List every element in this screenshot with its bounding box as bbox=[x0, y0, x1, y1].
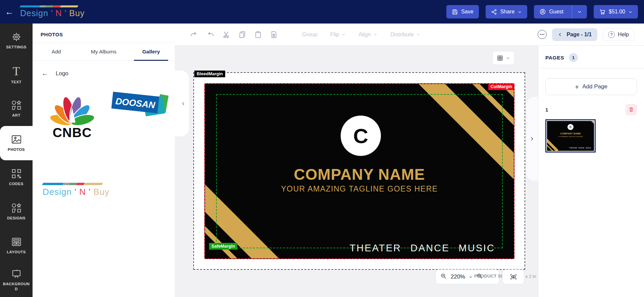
zoom-controls: 220% bbox=[436, 269, 499, 284]
chevron-down-icon bbox=[628, 10, 633, 14]
bleed-area: BleedMargin CutMargin bbox=[193, 72, 525, 270]
question-icon: ? bbox=[608, 31, 615, 38]
gold-stripe bbox=[589, 121, 594, 131]
gallery-image-cnbc[interactable]: CNBC bbox=[43, 95, 101, 140]
sidebar-item-text[interactable]: T TEXT bbox=[0, 58, 33, 92]
zoom-out-icon[interactable] bbox=[476, 273, 483, 281]
guest-label: Guest bbox=[549, 9, 563, 15]
redo-icon[interactable] bbox=[190, 31, 198, 39]
share-button[interactable]: Share bbox=[486, 5, 528, 18]
thumb-footer: THEATER DANCE MUSIC bbox=[569, 147, 591, 149]
brand-wordmark: Design ' N ' Buy bbox=[20, 8, 79, 18]
thumb-monogram: C bbox=[567, 124, 574, 130]
grid-view-button[interactable] bbox=[492, 51, 514, 65]
gallery-image-designnbuy[interactable]: Design ' N ' Buy bbox=[43, 183, 103, 197]
background-icon bbox=[11, 268, 22, 279]
guest-button: Guest bbox=[534, 5, 587, 18]
design-editor-app: ← Design ' N ' Buy Save Share bbox=[0, 0, 644, 297]
main-lower: BleedMargin CutMargin bbox=[175, 46, 644, 297]
delete-icon[interactable] bbox=[270, 31, 278, 39]
delete-page-button[interactable] bbox=[626, 104, 637, 115]
save-button[interactable]: Save bbox=[446, 5, 479, 18]
sidebar-item-designs[interactable]: DESIGNS bbox=[0, 195, 33, 229]
distribute-menu[interactable]: Distribute bbox=[390, 31, 420, 38]
page-thumbnail[interactable]: C COMPANY NAME YOUR AMAZING TAGLINE GOES… bbox=[545, 119, 596, 153]
add-page-label: Add Page bbox=[582, 83, 607, 90]
zoom-level[interactable]: 220% bbox=[451, 273, 465, 280]
preview-button[interactable] bbox=[502, 269, 524, 284]
pages-content: + Add Page 1 bbox=[538, 69, 644, 153]
paste-icon[interactable] bbox=[254, 31, 262, 39]
sidebar-item-settings[interactable]: SETTINGS bbox=[0, 24, 33, 58]
sidebar-item-photos[interactable]: PHOTOS bbox=[0, 126, 33, 160]
edit-icons bbox=[175, 31, 278, 39]
back-arrow-icon[interactable]: ← bbox=[0, 7, 19, 17]
group-menu[interactable]: Group bbox=[302, 31, 317, 38]
zoom-in-icon[interactable] bbox=[440, 273, 447, 281]
pages-title: PAGES bbox=[545, 55, 564, 61]
tab-gallery[interactable]: Gallery bbox=[128, 43, 175, 60]
cart-amount: $51.00 bbox=[609, 9, 625, 15]
safe-margin-label: SafeMargin bbox=[209, 243, 237, 250]
share-icon bbox=[491, 9, 497, 15]
dnb-wordmark: Design ' N ' Buy bbox=[43, 187, 103, 197]
align-menu[interactable]: Align bbox=[358, 31, 378, 38]
photos-panel-title: PHOTOS bbox=[33, 24, 175, 43]
gear-icon bbox=[11, 32, 22, 42]
toolbar-right: Page - 1/1 ? Help bbox=[538, 28, 644, 41]
sidebar-item-art[interactable]: ART bbox=[0, 92, 33, 126]
page-thumbnail-art: C COMPANY NAME YOUR AMAZING TAGLINE GOES… bbox=[547, 121, 594, 151]
panel-collapse-tab[interactable] bbox=[175, 71, 189, 136]
pages-header: PAGES 1 bbox=[538, 46, 644, 69]
flip-menu[interactable]: Flip bbox=[330, 31, 346, 38]
app-body: SETTINGS T TEXT ART PHOTOS bbox=[0, 24, 644, 297]
undo-icon[interactable] bbox=[206, 31, 215, 39]
topbar: ← Design ' N ' Buy Save Share bbox=[0, 0, 644, 24]
cut-icon[interactable] bbox=[222, 31, 231, 39]
text-icon: T bbox=[13, 65, 20, 77]
help-label: Help bbox=[618, 32, 629, 38]
business-card-artboard[interactable]: CutMargin SafeMargin C COMPANY NAME YOUR… bbox=[204, 83, 514, 259]
chevron-right-icon bbox=[529, 136, 535, 141]
tab-add[interactable]: Add bbox=[33, 43, 80, 60]
dnb-stripes bbox=[43, 183, 102, 185]
thumb-company-name: COMPANY NAME bbox=[547, 132, 594, 135]
main-area: Group Flip Align Distribute bbox=[175, 24, 644, 297]
guest-main[interactable]: Guest bbox=[534, 5, 569, 18]
chevron-down-icon[interactable] bbox=[469, 275, 473, 279]
gold-stripe bbox=[547, 136, 558, 151]
bleed-margin-label: BleedMargin bbox=[194, 71, 225, 77]
arrange-menus: Group Flip Align Distribute bbox=[302, 31, 420, 38]
photos-panel: PHOTOS Add My Albums Gallery ← Logo bbox=[33, 24, 175, 297]
save-icon bbox=[452, 9, 458, 15]
breadcrumb-label: Logo bbox=[56, 70, 68, 77]
add-page-button[interactable]: + Add Page bbox=[545, 78, 637, 95]
copy-icon[interactable] bbox=[238, 31, 246, 39]
canvas-toolbar: Group Flip Align Distribute bbox=[175, 24, 644, 46]
tab-my-albums[interactable]: My Albums bbox=[80, 43, 127, 60]
sidebar-item-background[interactable]: BACKGROUND bbox=[0, 263, 33, 297]
guest-dropdown[interactable] bbox=[572, 5, 587, 18]
preview-eye-icon bbox=[509, 273, 517, 281]
pages-collapse-tab[interactable] bbox=[527, 97, 538, 181]
gallery-image-doosan[interactable]: DOOSAN bbox=[111, 87, 169, 122]
cart-icon bbox=[599, 8, 606, 15]
back-arrow-icon[interactable]: ← bbox=[42, 70, 48, 77]
sidebar-item-codes[interactable]: CODES bbox=[0, 160, 33, 195]
sidebar-item-layouts[interactable]: LAYOUTS bbox=[0, 229, 33, 263]
shapes-icon bbox=[11, 100, 22, 111]
safe-margin-box bbox=[216, 94, 503, 248]
design-canvas[interactable]: BleedMargin CutMargin bbox=[175, 46, 538, 297]
card-footer-text[interactable]: THEATER DANCE MUSIC bbox=[350, 243, 495, 254]
brand-logo: Design ' N ' Buy bbox=[20, 5, 79, 18]
doosan-logo-icon: DOOSAN bbox=[111, 87, 169, 121]
cart-button[interactable]: $51.00 bbox=[594, 5, 638, 18]
help-button[interactable]: ? Help bbox=[603, 28, 634, 41]
page-nav-button[interactable]: Page - 1/1 bbox=[552, 28, 597, 41]
layout-icon bbox=[11, 237, 22, 247]
more-options-icon[interactable] bbox=[538, 30, 547, 39]
topbar-actions: Save Share Guest bbox=[446, 5, 644, 18]
pages-panel: PAGES 1 + Add Page 1 bbox=[538, 46, 644, 297]
breadcrumb: ← Logo bbox=[33, 61, 175, 80]
gallery-logo-grid: CNBC DOOSAN bbox=[33, 80, 175, 297]
